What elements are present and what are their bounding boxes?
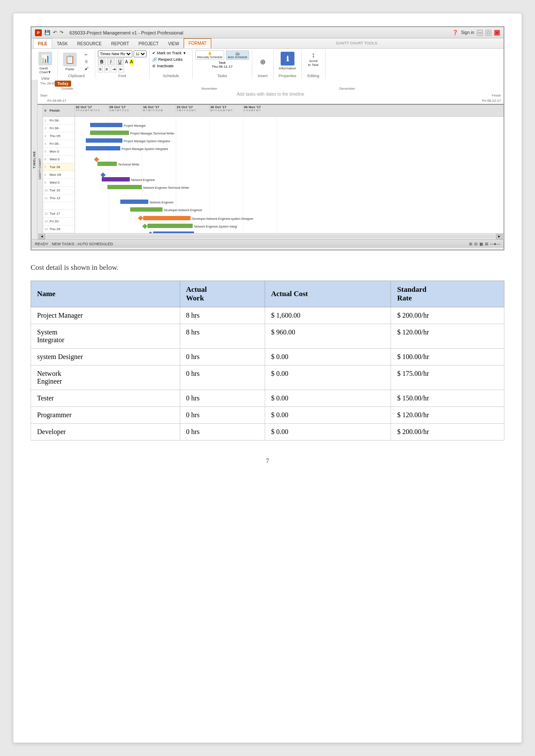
bar-8[interactable] <box>97 162 117 166</box>
task-num-13: 13 <box>44 220 50 223</box>
ribbon-group-view: 📊 GanttChart▼ View <box>33 50 58 79</box>
copy-icon: ⎘ <box>85 59 88 64</box>
bar-label-5: Project Manager,System Integrator <box>124 140 171 143</box>
task-num-14: 14 <box>44 228 50 231</box>
view-icon-tracking[interactable]: ▦ <box>479 242 483 246</box>
horizontal-scrollbar[interactable] <box>46 235 495 238</box>
view-icon-resource[interactable]: ⊞ <box>485 242 488 246</box>
minimize-button[interactable]: — <box>477 30 483 36</box>
close-button[interactable]: ✕ <box>494 30 500 36</box>
quick-undo[interactable]: ↶ <box>53 30 57 35</box>
bar-10[interactable] <box>102 177 130 181</box>
task-row-8: 8Mon 09 <box>43 171 75 179</box>
font-row3: ≡ ≡ ⇥ ⇤ <box>98 66 124 72</box>
task-date-2: Fri 06- <box>50 126 59 130</box>
milestone-16-down[interactable] <box>148 231 153 233</box>
auto-schedule-button[interactable]: 🤖 Auto Schedule <box>226 50 249 60</box>
manually-schedule-button[interactable]: ✋ Manually Schedule <box>195 50 224 60</box>
cell-name-1: SystemIntegrator <box>31 324 180 349</box>
ready-text: READY <box>35 242 48 246</box>
milestone-15-down[interactable] <box>142 224 147 229</box>
indent-icon[interactable]: ⇥ <box>111 66 117 72</box>
format-painter-icon: 🖌 <box>84 66 88 71</box>
today-button[interactable]: Today <box>55 81 71 87</box>
task-row-5: 5Mon 0 <box>43 148 75 156</box>
october-label: October <box>61 87 73 91</box>
tab-format[interactable]: FORMAT <box>184 38 211 48</box>
task-date-5: Mon 0 <box>50 150 59 153</box>
task-num-10: 10 <box>44 189 50 192</box>
tab-resource[interactable]: RESOURCE <box>72 38 106 48</box>
font-size-select[interactable]: 12 <box>134 50 147 57</box>
italic-button[interactable]: I <box>107 58 115 65</box>
cell-name-5: Programmer <box>31 407 180 424</box>
finish-date-text: Fri 08-12-17 <box>482 99 501 103</box>
respect-links-label[interactable]: Respect Links <box>158 57 183 62</box>
table-row: Project Manager 8 hrs $ 1,600.00 $ 200.0… <box>31 307 504 324</box>
task-label-text: Task <box>212 61 232 65</box>
ribbon-group-items-font: Times New Ro 12 B I U A A ≡ ≡ ⇥ ⇤ <box>98 50 147 73</box>
bar-label-11: Network Engineer,Technical Writer <box>143 186 190 190</box>
bar-4[interactable] <box>90 131 129 135</box>
tab-view[interactable]: VIEW <box>163 38 184 48</box>
align-left-icon[interactable]: ≡ <box>98 66 103 72</box>
milestone-9[interactable] <box>100 172 106 178</box>
bar-12[interactable] <box>120 200 148 204</box>
paste-button[interactable]: 📋 Paste <box>60 51 79 72</box>
highlight-color-icon[interactable]: A <box>129 59 134 65</box>
bar-11[interactable] <box>107 185 142 189</box>
tab-report[interactable]: REPORT <box>106 38 134 48</box>
bar-13[interactable] <box>130 207 163 212</box>
align-center-icon[interactable]: ≡ <box>104 66 110 72</box>
gantt-chart-button[interactable]: 📊 GanttChart▼ <box>36 50 55 75</box>
format-painter-button[interactable]: 🖌 <box>80 66 92 72</box>
copy-button[interactable]: ⎘ <box>80 59 92 65</box>
scroll-right-btn[interactable]: ► <box>496 234 503 239</box>
task-date-8: Mon 09 <box>50 173 61 177</box>
cut-button[interactable]: ✂ <box>80 52 92 58</box>
font-color-icon[interactable]: A <box>125 59 128 64</box>
tab-file[interactable]: FILE <box>33 38 52 48</box>
task-row-12b: 12Tue 17 <box>43 210 75 218</box>
insert-button[interactable]: ⊕ <box>257 57 269 67</box>
quick-redo[interactable]: ↷ <box>59 30 63 35</box>
ribbon-content: 📊 GanttChart▼ View 📋 Paste ✂ ⎘ 🖌 <box>31 49 504 80</box>
bar-6[interactable] <box>86 146 120 150</box>
editing-group-label: Editing <box>307 74 319 78</box>
scroll-to-task-button[interactable]: ↕ Scroll to Task <box>306 50 320 68</box>
december-label: December <box>339 87 355 91</box>
bar-3[interactable] <box>90 123 122 127</box>
bold-button[interactable]: B <box>98 58 106 65</box>
scroll-left-btn[interactable]: ◄ <box>38 234 45 239</box>
outdent-icon[interactable]: ⇤ <box>118 66 124 72</box>
font-name-select[interactable]: Times New Ro <box>98 50 132 57</box>
question-icon[interactable]: ❓ <box>452 30 458 35</box>
tab-project[interactable]: PROJECT <box>134 38 163 48</box>
tasks-schedule-row: ✋ Manually Schedule 🤖 Auto Schedule <box>195 50 249 60</box>
bar-14[interactable] <box>143 216 191 220</box>
description-text: Cost detail is shown in below. <box>31 263 504 272</box>
col-header-standard-rate: Standard Rate <box>391 281 504 307</box>
cell-actual-cost-6: $ 0.00 <box>265 424 391 440</box>
start-label-text: Start <box>40 94 47 97</box>
view-icon-usage[interactable]: ⊟ <box>474 242 478 246</box>
restore-button[interactable]: □ <box>485 30 491 36</box>
zoom-slider[interactable]: —●— <box>490 242 500 246</box>
bar-5[interactable] <box>86 138 122 143</box>
gantt-chart-section: GANTT CHART # Finish 1Fri 08- 2Fri 06- 3… <box>38 105 504 233</box>
underline-button[interactable]: U <box>116 58 124 65</box>
inactivate-label[interactable]: Inactivate <box>157 64 174 68</box>
cell-name-3: NetworkEngineer <box>31 366 180 390</box>
bar-16[interactable] <box>153 231 194 233</box>
sign-in-text[interactable]: Sign in <box>461 30 474 35</box>
mark-on-track-label[interactable]: Mark on Track <box>157 51 181 55</box>
quick-save[interactable]: 💾 <box>44 30 50 35</box>
view-icon-gantt[interactable]: ⊞ <box>469 242 472 246</box>
tab-task[interactable]: TASK <box>52 38 72 48</box>
milestone-7[interactable] <box>94 157 99 162</box>
status-bar-right: ⊞ ⊟ ▦ ⊞ —●— <box>469 242 500 246</box>
mark-dropdown-arrow[interactable]: ▼ <box>183 51 186 55</box>
cell-actual-cost-4: $ 0.00 <box>265 390 391 407</box>
information-button[interactable]: ℹ Information <box>276 50 299 72</box>
bar-15[interactable] <box>147 224 193 228</box>
